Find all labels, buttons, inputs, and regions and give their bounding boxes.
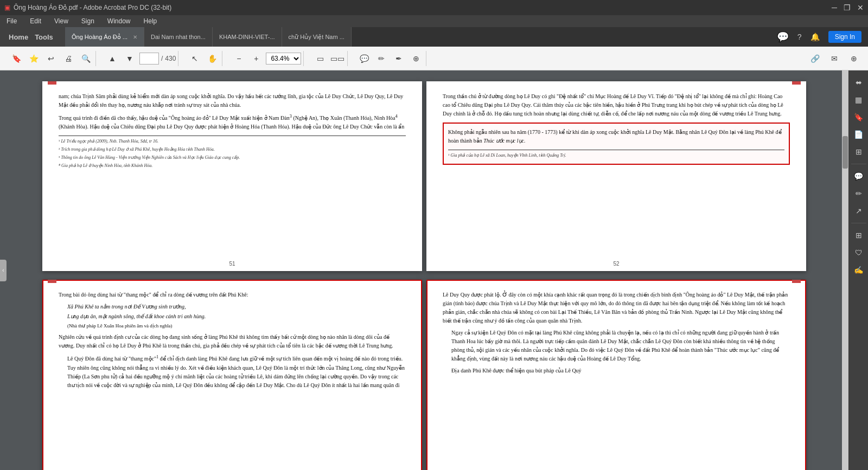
sidebar-comment-icon[interactable]: 💬 xyxy=(851,169,866,184)
main-content: ‹ nam; chúa Trịnh Sâm phải dùng kẻ hiểm … xyxy=(0,70,868,470)
single-page-icon[interactable]: ▭ xyxy=(312,51,328,66)
tab-label: chữ Hủy Việt Nam ... xyxy=(289,34,344,41)
tools-nav[interactable]: Tools xyxy=(35,33,53,41)
pdf-page-bottom-left: Trong bài đó ông dùng hai từ "thang mộc"… xyxy=(42,280,422,470)
page-number-52-label: 52 xyxy=(613,261,619,267)
two-page-icon[interactable]: ▭▭ xyxy=(330,51,345,66)
sidebar-bookmark-icon[interactable]: 🔖 xyxy=(851,110,866,125)
zoom-select[interactable]: 63.4% 50% 75% 100% xyxy=(266,53,301,65)
nav-tools: ▲ ▼ 52 / 430 xyxy=(103,51,178,66)
sidebar-security-icon[interactable]: 🛡 xyxy=(851,245,866,260)
page-51-content: nam; chúa Trịnh Sâm phải dùng kẻ hiểm mớ… xyxy=(42,81,422,271)
pdf-page-bottom-right: Lê Duy Quy được phát lộ. Ở đây còn có mộ… xyxy=(426,280,806,470)
restore-button[interactable]: ❐ xyxy=(844,3,851,12)
page-spread-top: nam; chúa Trịnh Sâm phải dùng kẻ hiểm mớ… xyxy=(42,81,806,271)
share-icon[interactable]: ⊕ xyxy=(846,51,861,66)
vertical-scrollbar[interactable] xyxy=(842,70,848,470)
help-icon[interactable]: ? xyxy=(797,33,802,41)
page-number-input[interactable]: 52 xyxy=(139,53,159,65)
highlight-box-top: Không phải ngẫu nhiên sau ba năm (1770 -… xyxy=(443,123,790,165)
tab-bar: Home Tools Ông Hoàng Áo Đỏ ... ✕ Dai Nam… xyxy=(0,27,868,47)
sidebar-divider xyxy=(851,164,866,164)
email-icon[interactable]: ✉ xyxy=(827,51,842,66)
menu-file[interactable]: File xyxy=(4,16,19,26)
sidebar-expand-icon[interactable]: ⬌ xyxy=(851,75,866,90)
draw-icon[interactable]: ✒ xyxy=(391,51,406,66)
window-title: Ông Hoàng Áo Đỏ.pdf - Adobe Acrobat Pro … xyxy=(14,4,171,11)
tab-close-icon[interactable]: ✕ xyxy=(133,34,137,40)
bottom-left-para3: Lê Quý Đôn đã dùng hai từ "thang mộc"1 đ… xyxy=(67,353,406,389)
tab-label: Dai Nam nhat thon... xyxy=(151,34,206,40)
page-spread-bottom: Trong bài đó ông dùng hai từ "thang mộc"… xyxy=(42,280,806,470)
sidebar-divider2 xyxy=(851,223,866,223)
verse-line1: Xã Phú Khê ta nằm trong nơi Đế Vương sin… xyxy=(67,302,406,311)
sidebar-edit-icon[interactable]: ✏ xyxy=(851,186,866,201)
zoom-tools: − + 63.4% 50% 75% 100% xyxy=(229,51,304,66)
link-icon[interactable]: 🔗 xyxy=(807,51,822,66)
comment-icon[interactable]: 💬 xyxy=(777,31,789,43)
stamp-icon[interactable]: ⊕ xyxy=(409,51,424,66)
page-number-51: 51 xyxy=(229,261,235,267)
sidebar-sign-icon[interactable]: ✍ xyxy=(851,262,866,278)
tab-ong-hoang[interactable]: Ông Hoàng Áo Đỏ ... ✕ xyxy=(65,27,144,47)
pdf-viewport[interactable]: nam; chúa Trịnh Sâm phải dùng kẻ hiểm mớ… xyxy=(0,70,848,470)
sidebar-export-icon[interactable]: ↗ xyxy=(851,203,866,218)
minimize-button[interactable]: ─ xyxy=(832,3,837,12)
page-bottom-left-content: Trong bài đó ông dùng hai từ "thang mộc"… xyxy=(42,280,422,470)
app-icon: ▣ xyxy=(4,4,10,11)
zoom-out-icon[interactable]: − xyxy=(231,51,246,66)
highlight-icon[interactable]: ✏ xyxy=(374,51,389,66)
bottom-right-para3: Địa danh Phú Khê được thể hiện qua bút p… xyxy=(451,366,790,375)
sidebar-organize-icon[interactable]: ⊞ xyxy=(851,228,866,243)
toolbar: 🔖 ⭐ ↩ 🖨 🔍 ▲ ▼ 52 / 430 ↖ ✋ − + 63.4% 50%… xyxy=(0,47,868,70)
highlight-footnote: ¹ Gia phả của họ Lê xã Di Loan, huyện Vĩ… xyxy=(448,150,784,159)
zoom-in-icon[interactable]: + xyxy=(248,51,264,66)
page-51-text: nam; chúa Trịnh Sâm phải dùng kẻ hiểm mớ… xyxy=(59,92,406,110)
tab-chu-huy[interactable]: chữ Hủy Việt Nam ... xyxy=(282,27,352,47)
total-pages: 430 xyxy=(165,55,176,62)
print-icon[interactable]: 🖨 xyxy=(61,51,76,66)
tabs-area: Ông Hoàng Áo Đỏ ... ✕ Dai Nam nhat thon.… xyxy=(65,27,770,47)
annotation-tools: 💬 ✏ ✒ ⊕ xyxy=(354,51,426,66)
home-tools-nav: Home Tools xyxy=(0,27,65,47)
bottom-left-para2: Nghiên cứu về quá trình định cư của các … xyxy=(59,333,406,350)
bottom-left-text: Trong bài đó ông dùng hai từ "thang mộc"… xyxy=(59,291,406,299)
menu-bar: File Edit View Sign Window Help xyxy=(0,15,868,27)
search-icon[interactable]: 🔍 xyxy=(78,51,93,66)
page-bottom-right-content: Lê Duy Quy được phát lộ. Ở đây còn có mộ… xyxy=(426,280,806,470)
page-separator: / xyxy=(161,55,163,62)
menu-edit[interactable]: Edit xyxy=(28,16,43,26)
bottom-right-text: Lê Duy Quy được phát lộ. Ở đây còn có mộ… xyxy=(443,291,790,325)
sign-in-button[interactable]: Sign In xyxy=(828,31,861,43)
highlight-text: Không phải ngẫu nhiên sau ba năm (1770 -… xyxy=(448,128,784,145)
next-page-icon[interactable]: ▼ xyxy=(122,51,137,66)
menu-view[interactable]: View xyxy=(52,16,71,26)
right-sidebar: ⬌ ▦ 🔖 📄 ⊞ 💬 ✏ ↗ ⊞ 🛡 ✍ xyxy=(848,70,868,470)
menu-sign[interactable]: Sign xyxy=(79,16,97,26)
bookmark-tools: 🔖 ⭐ ↩ 🖨 🔍 xyxy=(7,51,96,66)
menu-window[interactable]: Window xyxy=(105,16,133,26)
left-panel-toggle[interactable]: ‹ xyxy=(0,260,7,281)
home-nav[interactable]: Home xyxy=(9,33,28,41)
star-icon[interactable]: ⭐ xyxy=(26,51,41,66)
bookmark-icon[interactable]: 🔖 xyxy=(9,51,24,66)
notification-icon[interactable]: 🔔 xyxy=(810,33,820,41)
back-icon[interactable]: ↩ xyxy=(43,51,59,66)
cursor-icon[interactable]: ↖ xyxy=(187,51,202,66)
scrollbar-thumb[interactable] xyxy=(843,136,848,169)
sidebar-pages-icon[interactable]: 📄 xyxy=(851,127,866,142)
prev-page-icon[interactable]: ▲ xyxy=(105,51,120,66)
close-button[interactable]: ✕ xyxy=(857,3,864,12)
sidebar-layers-icon[interactable]: ⊞ xyxy=(851,144,866,159)
pdf-page-51: nam; chúa Trịnh Sâm phải dùng kẻ hiểm mớ… xyxy=(42,81,422,271)
tab-kham-dinh[interactable]: KHAM-DINH-VIET-... xyxy=(213,27,282,47)
tab-right-actions: 💬 ? 🔔 Sign In xyxy=(770,27,868,47)
menu-help[interactable]: Help xyxy=(142,16,159,26)
tab-dai-nam[interactable]: Dai Nam nhat thon... xyxy=(144,27,213,47)
sidebar-thumbnail-icon[interactable]: ▦ xyxy=(851,92,866,107)
comment-add-icon[interactable]: 💬 xyxy=(356,51,372,66)
verse-line2: Lưng dựa ân, mặt ngành sông, thế đất kho… xyxy=(67,312,406,321)
hand-icon[interactable]: ✋ xyxy=(205,51,220,66)
tab-label: Ông Hoàng Áo Đỏ ... xyxy=(72,34,127,41)
verse-attribution: (Nhà thư pháp Lê Xuân Hoa phiên âm và dị… xyxy=(67,322,406,330)
